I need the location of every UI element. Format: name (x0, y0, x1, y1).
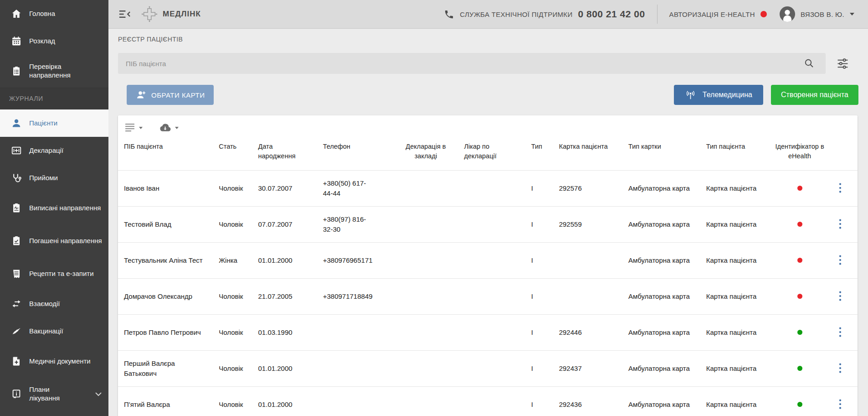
row-actions-button[interactable] (836, 397, 845, 413)
export-caret-icon (175, 127, 179, 129)
circuit-cross-icon (141, 5, 158, 23)
cell-card-number: 292576 (553, 171, 622, 207)
table-row[interactable]: Тестовий Влад Чоловік 07.07.2007 +380(97… (118, 207, 858, 243)
cell-card-number: 292446 (553, 315, 622, 351)
row-actions-button[interactable] (836, 253, 845, 269)
cell-type: I (525, 351, 553, 387)
ehealth-status-dot (797, 402, 802, 407)
cell-actions (830, 243, 858, 279)
cell-card-number: 292437 (553, 351, 622, 387)
main-content: РЕЄСТР ПАЦІЄНТІВ ОБРАТИ КАРТИ Телемедици… (108, 29, 868, 416)
user-menu-caret-icon (850, 13, 854, 16)
cell-card-number (553, 243, 622, 279)
kebab-menu-icon (838, 399, 842, 410)
table-row[interactable]: Іванов Іван Чоловік 30.07.2007 +380(50) … (118, 171, 858, 207)
sidebar-item-referral-check[interactable]: Перевірка направлення (0, 55, 108, 88)
row-actions-button[interactable] (836, 289, 845, 305)
ehealth-auth-block[interactable]: АВТОРИЗАЦІЯ E-HEALTH (669, 10, 767, 18)
column-header-phone: Телефон (317, 135, 394, 171)
search-input[interactable] (118, 53, 826, 74)
sidebar-item-medical-documents[interactable]: Медичні документи (0, 345, 108, 378)
cell-patient-name: Петров Павло Петрович (118, 315, 213, 351)
cell-declaration (393, 387, 458, 416)
cell-ehealth-status (770, 171, 830, 207)
cell-card-type: Амбулаторна карта (622, 243, 700, 279)
cell-ehealth-status (770, 279, 830, 315)
row-actions-button[interactable] (836, 361, 845, 377)
search-icon (804, 58, 815, 69)
cell-phone: +380976965171 (317, 243, 394, 279)
brand-logo: МЕДЛІНК (141, 5, 201, 23)
row-actions-button[interactable] (836, 217, 845, 233)
cell-birth-date: 30.07.2007 (252, 171, 317, 207)
cell-doctor (458, 351, 525, 387)
filters-toggle-button[interactable] (837, 58, 848, 71)
collapse-sidebar-button[interactable] (118, 9, 131, 19)
sidebar-item-redeemed-referrals[interactable]: Погашені направлення (0, 224, 108, 257)
create-patient-button[interactable]: Створення пацієнта (771, 85, 858, 105)
table-row[interactable]: Петров Павло Петрович Чоловік 01.03.1990… (118, 315, 858, 351)
sidebar-item-label: Розклад (29, 37, 55, 46)
sidebar-item-schedule[interactable]: Розклад (0, 27, 108, 55)
cell-type: I (525, 279, 553, 315)
column-header-card-type: Тип картки (622, 135, 700, 171)
kebab-menu-icon (838, 182, 842, 193)
table-row[interactable]: П'ятий Валєра Чоловік 01.01.2000 I 29243… (118, 387, 858, 416)
cell-patient-type: Картка пацієнта (700, 279, 770, 315)
kebab-menu-icon (838, 291, 842, 302)
export-menu-button[interactable] (159, 123, 179, 133)
table-row[interactable]: Тестувальник Аліна Тест Жінка 01.01.2000… (118, 243, 858, 279)
density-menu-button[interactable] (125, 123, 143, 132)
sidebar-item-interactions[interactable]: Взаємодії (0, 290, 108, 317)
row-actions-button[interactable] (836, 325, 845, 341)
sidebar-item-declarations[interactable]: Декларації (0, 137, 108, 164)
sidebar-item-treatment-plans[interactable]: Плани лікування (0, 378, 108, 411)
topbar: МЕДЛІНК СЛУЖБА ТЕХНІЧНОЇ ПІДТРИМКИ 0 800… (108, 0, 868, 29)
sidebar-item-vaccinations[interactable]: Вакцинації (0, 317, 108, 345)
cell-card-type: Амбулаторна карта (622, 207, 700, 243)
column-header-type: Тип (525, 135, 553, 171)
justify-lines-icon (125, 123, 135, 132)
sidebar-item-label: Перевірка направлення (29, 62, 104, 80)
table-row[interactable]: Домрачов Олександр Чоловік 21.07.2005 +3… (118, 279, 858, 315)
ehealth-status-dot (797, 186, 802, 191)
cell-card-type: Амбулаторна карта (622, 279, 700, 315)
cell-card-type: Амбулаторна карта (622, 171, 700, 207)
cell-patient-name: Домрачов Олександр (118, 279, 213, 315)
cell-type: I (525, 387, 553, 416)
stethoscope-icon (11, 172, 22, 183)
user-menu[interactable]: ВЯЗОВ В. Ю. (780, 6, 854, 22)
sidebar-item-patients[interactable]: Пацієнти (0, 109, 108, 137)
search-row (118, 53, 858, 74)
sidebar-section-label: ЖУРНАЛИ (9, 95, 43, 102)
sidebar-item-issued-referrals[interactable]: Виписані направлення (0, 192, 108, 224)
search-button[interactable] (804, 58, 815, 70)
cell-ehealth-status (770, 243, 830, 279)
sidebar-item-appointments[interactable]: Прийоми (0, 164, 108, 192)
cell-type: I (525, 207, 553, 243)
cell-actions (830, 351, 858, 387)
sidebar-item-batch-signing[interactable]: Пакетний підпис (0, 411, 108, 416)
cell-doctor (458, 171, 525, 207)
table-row[interactable]: Перший Валєра Батькович Чоловік 01.01.20… (118, 351, 858, 387)
cell-gender: Жінка (213, 243, 252, 279)
support-block: СЛУЖБА ТЕХНІЧНОЇ ПІДТРИМКИ 0 800 21 42 0… (444, 9, 645, 20)
select-cards-label: ОБРАТИ КАРТИ (151, 91, 205, 99)
cell-patient-type: Картка пацієнта (700, 351, 770, 387)
column-header-actions (830, 135, 858, 171)
sidebar: Головна Розклад Перевірка направлення ЖУ… (0, 0, 108, 416)
sidebar-item-label: Погашені направлення (29, 237, 102, 245)
select-cards-button[interactable]: ОБРАТИ КАРТИ (127, 85, 214, 105)
telemedicine-button[interactable]: Телемедицина (674, 85, 763, 105)
cell-patient-type: Картка пацієнта (700, 243, 770, 279)
row-actions-button[interactable] (836, 181, 845, 197)
person-add-icon (136, 89, 147, 100)
sidebar-item-label: Рецепти та е-запити (29, 270, 94, 278)
sidebar-item-prescriptions[interactable]: Рецепти та е-запити (0, 257, 108, 290)
column-header-doctor: Лікар по декларації (458, 135, 525, 171)
ehealth-auth-status-dot (760, 11, 767, 17)
sidebar-item-label: Прийоми (29, 174, 58, 182)
sidebar-item-home[interactable]: Головна (0, 0, 108, 27)
kebab-menu-icon (838, 363, 842, 374)
cell-phone: +380971718849 (317, 279, 394, 315)
